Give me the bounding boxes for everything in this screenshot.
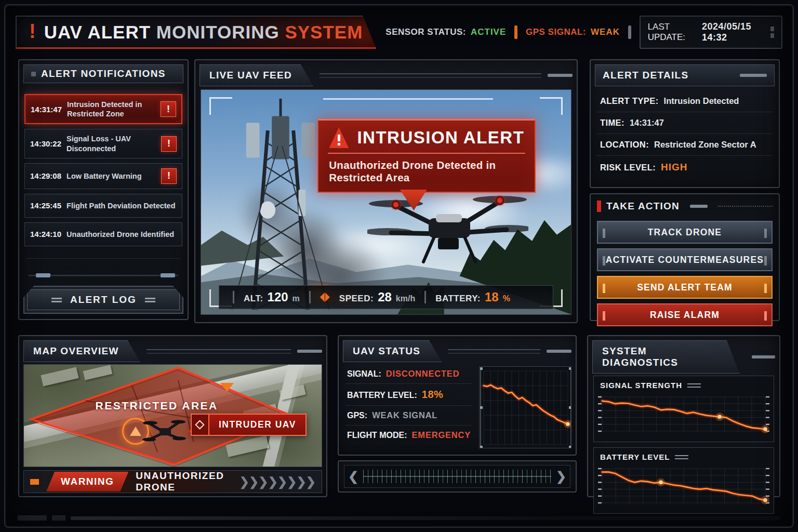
stat-divider xyxy=(233,291,234,303)
alert-details-header: ALERT DETAILS xyxy=(595,64,775,86)
scrollbar-handle-left[interactable] xyxy=(36,273,50,277)
warning-text: UNAUTHORIZED DRONE xyxy=(136,470,229,493)
track-drone-button[interactable]: TRACK DRONE xyxy=(597,221,773,244)
stat-divider xyxy=(424,291,426,303)
map-overview-title: MAP OVERVIEW xyxy=(23,340,140,362)
detail-row-risk: RISK LEVEL: HIGH xyxy=(597,156,773,179)
update-ticks-decor xyxy=(770,26,774,38)
alt-label: ALT: xyxy=(244,294,263,304)
signal-strength-chart xyxy=(598,393,769,435)
button-label: TRACK DRONE xyxy=(648,227,722,238)
system-diagnostics-header: SYSTEM DIAGNOSTICS xyxy=(592,340,775,374)
status-row-signal: SIGNAL: DISCONNECTED xyxy=(346,364,472,384)
activate-countermeasures-button[interactable]: ACTIVATE COUNTERMEASURES xyxy=(597,248,773,271)
gps-label: GPS SIGNAL: xyxy=(526,27,586,37)
status-value: WEAK SIGNAL xyxy=(372,410,437,420)
title-secondary: MONITORING xyxy=(156,22,280,42)
sensor-status: SENSOR STATUS: ACTIVE xyxy=(385,27,506,37)
detail-row-time: TIME: 14:31:47 xyxy=(597,112,773,134)
header-status-group: SENSOR STATUS: ACTIVE GPS SIGNAL: WEAK L… xyxy=(385,16,782,49)
alert-message: Unauthorized Drone Identified xyxy=(66,230,174,239)
feed-telemetry-bar: ALT: 120 m SPEED: 28 km/h BATTERY: 18 % xyxy=(219,285,553,309)
uav-status-panel: UAV STATUS SIGNAL: DISCONNECTED BATTERY … xyxy=(338,335,577,456)
uav-status-title: UAV STATUS xyxy=(343,340,442,362)
detail-label: ALERT TYPE: xyxy=(600,96,659,106)
battery-unit: % xyxy=(503,294,510,303)
battery-level-title: BATTERY LEVEL xyxy=(600,453,670,461)
raise-alarm-button[interactable]: RAISE ALARM xyxy=(597,303,773,326)
risk-level-value: HIGH xyxy=(661,162,688,173)
battery-level-title-row: BATTERY LEVEL xyxy=(598,451,769,464)
map-warning-bar: WARNING UNAUTHORIZED DRONE ❯❯❯❯❯❯❯❯ xyxy=(23,470,322,493)
status-label: SIGNAL: xyxy=(347,369,381,379)
alert-time: 14:29:08 xyxy=(30,171,61,180)
last-update-label: LAST UPDATE: xyxy=(648,22,697,43)
header-groove xyxy=(320,73,541,78)
alert-time: 14:31:47 xyxy=(31,105,62,114)
alert-message: Low Battery Warning xyxy=(66,171,141,181)
alert-item-low-battery[interactable]: 14:29:08 Low Battery Warning ! xyxy=(24,163,182,189)
intrusion-alert-title: INTRUSION ALERT xyxy=(357,128,524,148)
alert-item-signal-loss[interactable]: 14:30:22 Signal Loss - UAV Disconnected … xyxy=(24,129,182,158)
status-value: DISCONNECTED xyxy=(386,369,460,379)
orange-dash-icon xyxy=(30,479,39,485)
equals-decor-icon xyxy=(51,298,62,302)
speed-stat: SPEED: 28 km/h xyxy=(339,290,415,304)
title-accent: SYSTEM xyxy=(285,22,363,42)
gps-status: GPS SIGNAL: WEAK xyxy=(526,27,620,37)
header-dash xyxy=(547,350,571,353)
detail-value: Restricted Zone Sector A xyxy=(654,140,756,150)
last-update-value: 2024/05/15 14:32 xyxy=(702,21,763,43)
altitude-stat: ALT: 120 m xyxy=(244,290,300,304)
dotted-line-decor xyxy=(718,206,773,207)
alert-item-path-deviation[interactable]: 14:25:45 Flight Path Deviation Detected xyxy=(24,194,182,218)
gps-value: WEAK xyxy=(591,27,620,37)
warning-triangle-icon xyxy=(329,127,349,148)
alert-log-label: ALERT LOG xyxy=(70,294,137,305)
scrollbar-track[interactable] xyxy=(29,275,178,276)
speed-label: SPEED: xyxy=(339,294,374,304)
send-alert-team-button[interactable]: SEND ALERT TEAM xyxy=(597,276,773,299)
alert-log-button[interactable]: ALERT LOG xyxy=(27,289,180,310)
alert-time: 14:24:10 xyxy=(30,230,61,238)
equals-decor-icon xyxy=(675,455,688,459)
chevron-right-icon[interactable]: ❯ xyxy=(554,469,568,484)
detail-label: LOCATION: xyxy=(600,140,649,150)
header-dash xyxy=(297,350,322,353)
hud-line-decor xyxy=(323,98,494,100)
warning-tag: WARNING xyxy=(46,472,128,491)
status-row-gps: GPS: WEAK SIGNAL xyxy=(346,406,472,425)
button-label: RAISE ALARM xyxy=(650,310,720,321)
take-action-header: TAKE ACTION xyxy=(591,194,779,216)
restricted-area-label: RESTRICTED AREA xyxy=(96,400,218,412)
detail-label: TIME: xyxy=(600,118,624,128)
header-bar: ! UAV ALERT MONITORING SYSTEM SENSOR STA… xyxy=(16,15,782,50)
battery-level-card: BATTERY LEVEL xyxy=(593,447,774,514)
status-value: EMERGENCY xyxy=(412,430,471,440)
status-label: GPS: xyxy=(347,411,367,420)
scrollbar-handle-right[interactable] xyxy=(161,273,175,277)
intrusion-alert-callout: INTRUSION ALERT Unauthorized Drone Detec… xyxy=(317,119,536,193)
signal-strength-title-row: SIGNAL STRENGTH xyxy=(598,380,769,393)
alert-details-rows: ALERT TYPE: Intrusion Detected TIME: 14:… xyxy=(597,90,773,179)
sensor-status-label: SENSOR STATUS: xyxy=(385,27,466,37)
header-square-decor xyxy=(31,72,36,76)
video-feed-viewport: INTRUSION ALERT Unauthorized Drone Detec… xyxy=(201,89,571,315)
detail-row-type: ALERT TYPE: Intrusion Detected xyxy=(597,90,773,112)
detail-value: 14:31:47 xyxy=(630,118,664,128)
timeline-scrubber[interactable]: ❮ ❯ xyxy=(344,465,570,488)
alert-notifications-panel: ALERT NOTIFICATIONS 14:31:47 Intrusion D… xyxy=(18,59,189,320)
alert-item-intrusion[interactable]: 14:31:47 Intrusion Detected in Restricte… xyxy=(24,94,182,124)
status-row-flight-mode: FLIGHT MODE: EMERGENCY xyxy=(346,425,472,445)
equals-decor-icon xyxy=(687,383,701,388)
alt-value: 120 xyxy=(268,290,288,304)
critical-badge-icon: ! xyxy=(161,136,177,152)
chevron-left-icon[interactable]: ❮ xyxy=(347,469,360,484)
map-overview-panel: MAP OVERVIEW RESTRICTED AREA xyxy=(18,335,327,497)
live-feed-title: LIVE UAV FEED xyxy=(200,64,313,86)
alert-scrollbar[interactable] xyxy=(29,272,178,277)
map-viewport[interactable]: RESTRICTED AREA xyxy=(23,364,322,467)
battery-level-chart xyxy=(598,464,769,507)
header-dash xyxy=(548,74,573,77)
alert-item-unauthorized-drone[interactable]: 14:24:10 Unauthorized Drone Identified xyxy=(24,222,182,246)
